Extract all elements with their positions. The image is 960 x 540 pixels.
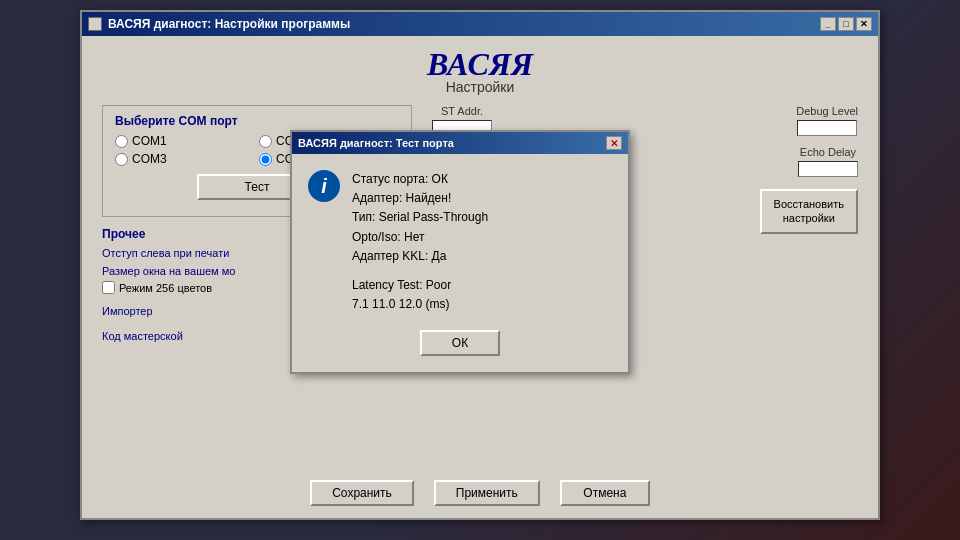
- bottom-buttons: Сохранить Применить Отмена: [82, 480, 878, 506]
- app-title-section: ВАСЯЯ Настройки: [102, 46, 858, 95]
- com3-option[interactable]: COM3: [115, 152, 255, 166]
- dialog-body: i Статус порта: ОК Адаптер: Найден! Тип:…: [292, 154, 628, 330]
- latency-line1: Latency Test: Poor: [352, 276, 612, 295]
- restore-line1: Восстановить: [774, 198, 844, 210]
- cancel-button[interactable]: Отмена: [560, 480, 650, 506]
- main-title-bar: ВАСЯЯ диагност: Настройки программы _ □ …: [82, 12, 878, 36]
- title-bar-controls: _ □ ✕: [820, 17, 872, 31]
- status-line4: Opto/Iso: Нет: [352, 228, 612, 247]
- maximize-button[interactable]: □: [838, 17, 854, 31]
- echo-delay-input[interactable]: 0: [798, 161, 858, 177]
- mode256-label: Режим 256 цветов: [119, 282, 212, 294]
- restore-line2: настройки: [783, 212, 835, 224]
- ok-button[interactable]: ОК: [420, 330, 500, 356]
- dialog-title: ВАСЯЯ диагност: Тест порта: [298, 137, 454, 149]
- com1-option[interactable]: COM1: [115, 134, 255, 148]
- com1-radio[interactable]: [115, 135, 128, 148]
- com1-label: COM1: [132, 134, 167, 148]
- latency-line2: 7.1 11.0 12.0 (ms): [352, 295, 612, 314]
- debug-input[interactable]: 0: [797, 120, 857, 136]
- echo-delay-group: Echo Delay 0: [798, 146, 858, 177]
- app-title: ВАСЯЯ: [102, 46, 858, 83]
- com2-radio[interactable]: [259, 135, 272, 148]
- dialog-close-button[interactable]: ✕: [606, 136, 622, 150]
- dialog-message: Статус порта: ОК Адаптер: Найден! Тип: S…: [352, 170, 612, 314]
- port-test-dialog: ВАСЯЯ диагност: Тест порта ✕ i Статус по…: [290, 130, 630, 374]
- com3-label: COM3: [132, 152, 167, 166]
- app-subtitle: Настройки: [102, 79, 858, 95]
- save-button[interactable]: Сохранить: [310, 480, 414, 506]
- com3-radio[interactable]: [115, 153, 128, 166]
- debug-group: Debug Level 0: [796, 105, 858, 136]
- info-icon: i: [308, 170, 340, 202]
- status-line5: Адаптер KKL: Да: [352, 247, 612, 266]
- st-addr-label: ST Addr.: [441, 105, 483, 117]
- apply-button[interactable]: Применить: [434, 480, 540, 506]
- main-window-title: ВАСЯЯ диагност: Настройки программы: [108, 17, 350, 31]
- close-button[interactable]: ✕: [856, 17, 872, 31]
- dialog-footer: ОК: [292, 330, 628, 372]
- echo-delay-label: Echo Delay: [800, 146, 856, 158]
- window-size-label: Размер окна на вашем мо: [102, 265, 235, 277]
- status-line2: Адаптер: Найден!: [352, 189, 612, 208]
- com-port-label: Выберите COM порт: [115, 114, 399, 128]
- mode256-checkbox[interactable]: [102, 281, 115, 294]
- status-line3: Тип: Serial Pass-Through: [352, 208, 612, 227]
- status-line1: Статус порта: ОК: [352, 170, 612, 189]
- restore-button[interactable]: Восстановить настройки: [760, 189, 858, 234]
- com4-radio[interactable]: [259, 153, 272, 166]
- debug-label: Debug Level: [796, 105, 858, 117]
- minimize-button[interactable]: _: [820, 17, 836, 31]
- dialog-title-bar: ВАСЯЯ диагност: Тест порта ✕: [292, 132, 628, 154]
